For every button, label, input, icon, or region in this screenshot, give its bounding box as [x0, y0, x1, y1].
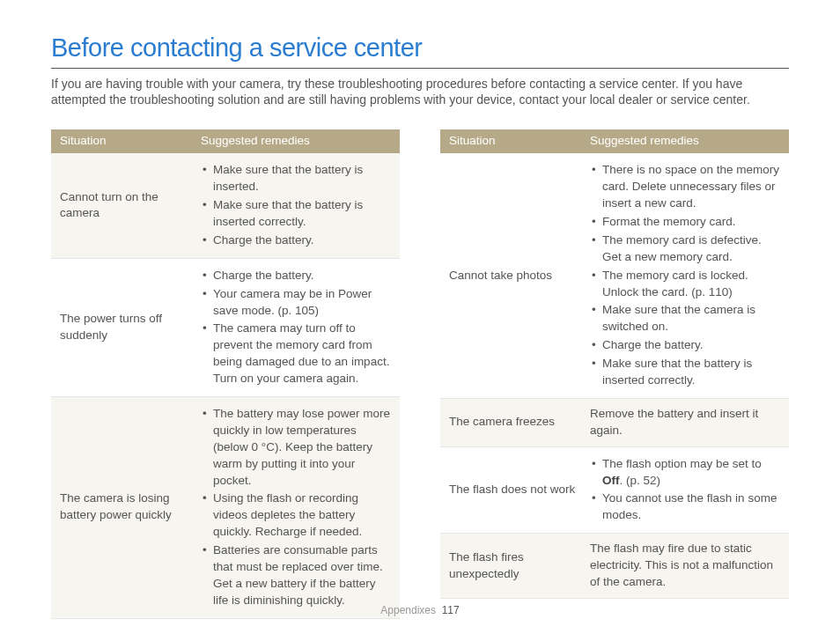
troubleshoot-table-right: Situation Suggested remedies Cannot take… [440, 129, 789, 598]
remedy-item: Make sure that the battery is inserted c… [590, 356, 780, 389]
remedy-item: The flash option may be set to Off. (p. … [590, 456, 780, 490]
remedy-item: The memory card is locked. Unlock the ca… [590, 268, 780, 301]
situation-cell: Cannot turn on the camera [51, 153, 192, 258]
remedy-item: The memory card is defective. Get a new … [590, 232, 780, 266]
remedies-cell: The battery may lose power more quickly … [192, 396, 400, 618]
situation-cell: The power turns off suddenly [51, 258, 192, 396]
remedies-cell: Charge the battery.Your camera may be in… [192, 258, 400, 396]
page-number: 117 [442, 604, 460, 616]
remedies-cell: Make sure that the battery is inserted.M… [192, 153, 400, 258]
remedies-cell: The flash option may be set to Off. (p. … [581, 446, 789, 534]
remedies-cell: There is no space on the memory card. De… [581, 153, 789, 398]
situation-cell: The camera is losing battery power quick… [51, 396, 192, 618]
table-row: The camera is losing battery power quick… [51, 396, 400, 618]
situation-cell: The flash does not work [440, 446, 581, 534]
table-row: The flash fires unexpectedlyThe flash ma… [440, 534, 789, 599]
intro-text: If you are having trouble with your came… [51, 76, 789, 109]
troubleshoot-table-left: Situation Suggested remedies Cannot turn… [51, 129, 400, 618]
remedy-item: The battery may lose power more quickly … [201, 406, 391, 489]
table-row: The flash does not workThe flash option … [440, 446, 789, 534]
footer-section: Appendixes [380, 604, 436, 616]
right-column: Situation Suggested remedies Cannot take… [440, 129, 789, 618]
table-row: The power turns off suddenlyCharge the b… [51, 258, 400, 396]
remedies-cell: The flash may fire due to static electri… [581, 534, 789, 599]
remedy-item: Format the memory card. [590, 214, 780, 231]
th-remedies: Suggested remedies [192, 129, 400, 153]
remedies-cell: Remove the battery and insert it again. [581, 398, 789, 446]
columns: Situation Suggested remedies Cannot turn… [51, 129, 789, 618]
remedy-item: There is no space on the memory card. De… [590, 162, 780, 212]
remedy-item: Make sure that the battery is inserted c… [201, 197, 391, 231]
left-column: Situation Suggested remedies Cannot turn… [51, 129, 400, 618]
remedy-item: Charge the battery. [590, 337, 780, 354]
remedy-item: Make sure that the battery is inserted. [201, 162, 391, 195]
situation-cell: The flash fires unexpectedly [440, 534, 581, 599]
remedy-item: You cannot use the flash in some modes. [590, 490, 780, 524]
table-row: Cannot take photosThere is no space on t… [440, 153, 789, 398]
th-situation: Situation [440, 129, 581, 153]
remedy-item: Batteries are consumable parts that must… [201, 542, 391, 609]
th-remedies: Suggested remedies [581, 129, 789, 153]
remedy-item: Using the flash or recording videos depl… [201, 490, 391, 541]
remedy-item: Your camera may be in Power save mode. (… [201, 286, 391, 320]
remedy-item: Charge the battery. [201, 268, 391, 284]
page-footer: Appendixes 117 [0, 603, 840, 618]
situation-cell: Cannot take photos [440, 153, 581, 398]
th-situation: Situation [51, 129, 192, 153]
remedy-item: Make sure that the camera is switched on… [590, 302, 780, 335]
table-row: The camera freezesRemove the battery and… [440, 398, 789, 446]
page-title: Before contacting a service center [51, 30, 789, 69]
remedy-item: The camera may turn off to prevent the m… [201, 321, 391, 387]
table-row: Cannot turn on the cameraMake sure that … [51, 153, 400, 258]
situation-cell: The camera freezes [440, 398, 581, 446]
remedy-item: Charge the battery. [201, 232, 391, 249]
